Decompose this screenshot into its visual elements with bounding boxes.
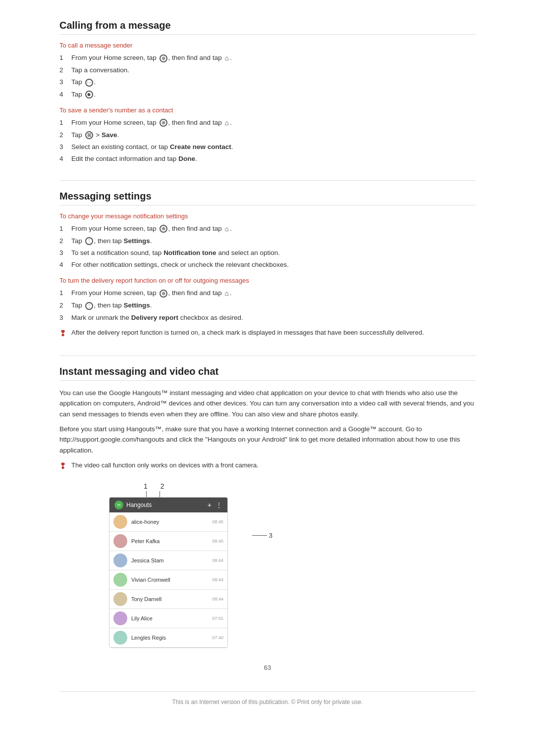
label-2: 2 — [160, 482, 164, 490]
contact-name: Lily Alice — [131, 615, 212, 621]
step-text: Mark or unmark the Delivery report check… — [71, 313, 476, 323]
contact-time: 08:45 — [212, 519, 223, 524]
step-text: Tap ⋮, then tap Settings. — [71, 236, 476, 246]
step-number: 3 — [59, 248, 71, 258]
subsection-title-delivery: To turn the delivery report function on … — [59, 277, 476, 284]
step-text: Select an existing contact, or tap Creat… — [71, 142, 476, 152]
step-text: Tap a conversation. — [71, 65, 476, 75]
step-item: 2 Tap ⋮, then tap Settings. — [59, 301, 476, 310]
step-item: 4 Tap ☻. — [59, 90, 476, 100]
hangouts-contact-row: Peter Kafka 08:45 — [109, 532, 227, 551]
step-number: 2 — [59, 130, 71, 140]
step-number: 3 — [59, 142, 71, 152]
hangouts-screenshot: 1 2 H Hangouts + ⋮ — [89, 482, 248, 648]
hangouts-device-wrapper: H Hangouts + ⋮ alice-honey 08:45 — [89, 497, 248, 648]
step-text: From your Home screen, tap ⊕, then find … — [71, 118, 476, 128]
step-number: 4 — [59, 260, 71, 270]
contact-name: Peter Kafka — [131, 538, 212, 544]
hangouts-contact-row: Lily Alice 07:01 — [109, 609, 227, 628]
hangouts-title-text: Hangouts — [126, 502, 152, 508]
arrow-line-1 — [146, 491, 147, 497]
step-item: 1 From your Home screen, tap ⊕, then fin… — [59, 288, 476, 299]
subsection-title-call-sender: To call a message sender — [59, 42, 476, 49]
step-number: 1 — [59, 118, 71, 128]
step-text: Tap ☻. — [71, 90, 476, 100]
step-text: From your Home screen, tap ⊕, then find … — [71, 53, 476, 63]
arrow-line-3 — [252, 535, 267, 536]
grid-icon: ⊕ — [160, 54, 167, 62]
menu-icon: ⊠ — [85, 131, 93, 139]
page-number: 63 — [59, 664, 476, 671]
contact-time: 08:44 — [212, 558, 223, 563]
contact-time: 08:44 — [212, 597, 223, 602]
video-note: ❢ The video call function only works on … — [59, 460, 476, 472]
person-icon: ☻ — [85, 91, 93, 99]
step-item: 4 Edit the contact information and tap D… — [59, 154, 476, 164]
menu-dots-icon: ⋮ — [85, 237, 93, 245]
paragraph-2: Before you start using Hangouts™, make s… — [59, 424, 476, 456]
avatar — [113, 515, 127, 529]
step-text: Tap ⋮, then tap Settings. — [71, 301, 476, 310]
step-number: 2 — [59, 236, 71, 246]
note-icon: ❢ — [59, 460, 67, 472]
menu-dots-icon: ⋮ — [85, 302, 93, 310]
section-divider — [59, 180, 476, 181]
contact-time: 08:44 — [212, 577, 223, 582]
step-item: 3 Tap ⋯. — [59, 77, 476, 87]
home-icon: ⌂ — [224, 118, 228, 128]
step-number: 4 — [59, 90, 71, 100]
contact-name: Jessica Stam — [131, 557, 212, 563]
hangouts-add-icon: + — [208, 501, 212, 509]
step-number: 3 — [59, 313, 71, 323]
delivery-note: ❢ After the delivery report function is … — [59, 328, 476, 340]
dots-icon: ⋯ — [85, 79, 93, 87]
step-item: 1 From your Home screen, tap ⊕, then fin… — [59, 224, 476, 234]
avatar — [113, 534, 127, 548]
step-text: Tap ⊠ > Save. — [71, 130, 476, 140]
step-text: For other notification settings, check o… — [71, 260, 476, 270]
contact-time: 08:45 — [212, 539, 223, 544]
step-text: Edit the contact information and tap Don… — [71, 154, 476, 164]
hangouts-app-icon: H — [114, 501, 123, 509]
contact-time: 07:01 — [212, 616, 223, 621]
subsection-title-save-sender: To save a sender's number as a contact — [59, 106, 476, 114]
section-title-messaging: Messaging settings — [59, 191, 476, 205]
home-icon: ⌂ — [224, 224, 228, 234]
step-number: 2 — [59, 301, 71, 310]
step-item: 1 From your Home screen, tap ⊕, then fin… — [59, 118, 476, 128]
grid-icon: ⊕ — [160, 119, 167, 127]
step-item: 4 For other notification settings, check… — [59, 260, 476, 270]
label-3: 3 — [269, 532, 272, 539]
hangouts-contact-row: Lengles Regis 07:40 — [109, 628, 227, 648]
avatar — [113, 592, 127, 606]
hangouts-arrows — [146, 491, 248, 497]
instant-messaging-section: Instant messaging and video chat You can… — [59, 366, 476, 649]
hangouts-device: H Hangouts + ⋮ alice-honey 08:45 — [109, 497, 228, 648]
messaging-settings-section: Messaging settings To change your messag… — [59, 191, 476, 340]
steps-save-sender: 1 From your Home screen, tap ⊕, then fin… — [59, 118, 476, 164]
contact-name: Vivian Cromwell — [131, 577, 212, 583]
step-number: 2 — [59, 65, 71, 75]
hangouts-number-labels: 1 2 — [144, 482, 248, 490]
step-number: 1 — [59, 224, 71, 234]
note-text: The video call function only works on de… — [71, 460, 476, 470]
step-text: To set a notification sound, tap Notific… — [71, 248, 476, 258]
hangouts-contact-row: Jessica Stam 08:44 — [109, 551, 227, 570]
step-number: 1 — [59, 288, 71, 299]
paragraph-1: You can use the Google Hangouts™ instant… — [59, 388, 476, 420]
hangouts-header-actions: + ⋮ — [208, 501, 222, 509]
hangouts-header-title: H Hangouts — [114, 501, 152, 509]
grid-icon: ⊕ — [160, 225, 167, 233]
contact-name: alice-honey — [131, 519, 212, 525]
step-item: 1 From your Home screen, tap ⊕, then fin… — [59, 53, 476, 63]
hangouts-contact-row: alice-honey 08:45 — [109, 512, 227, 532]
grid-icon: ⊕ — [160, 290, 167, 298]
avatar — [113, 631, 127, 645]
step-number: 1 — [59, 53, 71, 63]
footer-copyright: This is an Internet version of this publ… — [59, 691, 476, 706]
label-3-container: 3 — [252, 532, 272, 539]
step-text: From your Home screen, tap ⊕, then find … — [71, 224, 476, 234]
step-number: 3 — [59, 77, 71, 87]
hangouts-contact-row: Tony Darnell 08:44 — [109, 590, 227, 609]
contact-name: Lengles Regis — [131, 635, 212, 641]
